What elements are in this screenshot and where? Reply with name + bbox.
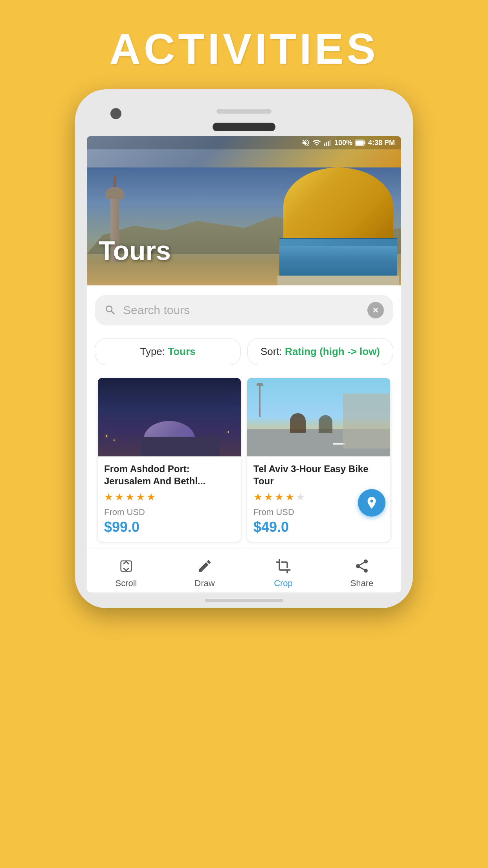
phone-bottom-bar bbox=[205, 599, 283, 602]
bottom-toolbar: Scroll Draw Crop bbox=[87, 548, 401, 592]
toolbar-draw[interactable]: Draw bbox=[165, 556, 244, 588]
crop-icon bbox=[273, 556, 293, 576]
search-placeholder: Search tours bbox=[123, 303, 361, 317]
toolbar-scroll[interactable]: Scroll bbox=[87, 556, 165, 588]
star-1-4: ★ bbox=[136, 491, 145, 503]
card-content-1: From Ashdod Port: Jerusalem And Bethl...… bbox=[98, 456, 241, 542]
battery-icon bbox=[355, 139, 366, 146]
search-icon bbox=[104, 304, 117, 316]
svg-rect-2 bbox=[328, 141, 329, 146]
toolbar-share[interactable]: Share bbox=[323, 556, 401, 588]
filter-row: Type: Tours Sort: Rating (high -> low) bbox=[87, 332, 401, 371]
type-value-text: Tours bbox=[168, 346, 195, 357]
status-icons: 100% 4:38 PM bbox=[301, 138, 395, 147]
svg-rect-6 bbox=[364, 142, 365, 144]
card-image-jerusalem bbox=[98, 378, 241, 456]
scroll-icon bbox=[116, 556, 136, 576]
scroll-label: Scroll bbox=[115, 578, 137, 588]
tour-card-2[interactable]: Tel Aviv 3-Hour Easy Bike Tour ★ ★ ★ ★ ★… bbox=[247, 378, 390, 542]
svg-rect-7 bbox=[121, 561, 132, 572]
card-title-2: Tel Aviv 3-Hour Easy Bike Tour bbox=[253, 463, 384, 487]
time-display: 4:38 PM bbox=[368, 139, 395, 147]
fab-icon bbox=[365, 496, 379, 510]
battery-text: 100% bbox=[334, 139, 352, 147]
star-1-3: ★ bbox=[125, 491, 134, 503]
star-2-2: ★ bbox=[264, 491, 273, 503]
fab-button[interactable] bbox=[358, 489, 385, 517]
draw-label: Draw bbox=[194, 578, 215, 588]
jerusalem-skyline bbox=[87, 167, 401, 285]
hero-section: 100% 4:38 PM bbox=[87, 136, 401, 285]
type-filter-button[interactable]: Type: Tours bbox=[95, 338, 241, 365]
crop-label: Crop bbox=[274, 578, 293, 588]
wifi-icon bbox=[312, 138, 321, 147]
type-label: Type: bbox=[140, 346, 165, 357]
sort-filter-button[interactable]: Sort: Rating (high -> low) bbox=[247, 338, 393, 365]
speaker-grill bbox=[216, 109, 272, 114]
star-1-2: ★ bbox=[115, 491, 124, 503]
sort-label: Sort: bbox=[261, 346, 282, 357]
price-2: $49.0 bbox=[253, 519, 384, 535]
card-title-1: From Ashdod Port: Jerusalem And Bethl... bbox=[104, 463, 235, 487]
price-1: $99.0 bbox=[104, 519, 235, 535]
hero-title: Tours bbox=[99, 235, 171, 266]
cards-section: From Ashdod Port: Jerusalem And Bethl...… bbox=[87, 371, 401, 548]
search-section: Search tours × bbox=[87, 285, 401, 332]
svg-rect-1 bbox=[326, 142, 327, 146]
camera bbox=[110, 108, 121, 119]
search-bar[interactable]: Search tours × bbox=[95, 295, 393, 326]
phone-earpiece bbox=[213, 123, 275, 131]
star-2-3: ★ bbox=[275, 491, 284, 503]
sort-value-text: Rating (high -> low) bbox=[285, 346, 380, 357]
star-2-5: ★ bbox=[296, 491, 305, 503]
star-2-1: ★ bbox=[253, 491, 262, 503]
tour-card-1[interactable]: From Ashdod Port: Jerusalem And Bethl...… bbox=[98, 378, 241, 542]
share-label: Share bbox=[350, 578, 374, 588]
stars-1: ★ ★ ★ ★ ★ bbox=[104, 491, 235, 503]
status-bar: 100% 4:38 PM bbox=[87, 136, 401, 149]
clear-search-button[interactable]: × bbox=[367, 302, 384, 318]
star-2-4: ★ bbox=[285, 491, 294, 503]
share-icon bbox=[352, 556, 372, 576]
draw-icon bbox=[195, 556, 215, 576]
mute-icon bbox=[301, 138, 310, 147]
clear-icon: × bbox=[373, 305, 378, 315]
signal-icon bbox=[323, 138, 332, 147]
phone-screen: 100% 4:38 PM bbox=[87, 136, 401, 592]
phone-top bbox=[87, 101, 401, 120]
page-title: ACTIVITIES bbox=[109, 24, 378, 74]
card-image-bike bbox=[247, 378, 390, 456]
star-1-5: ★ bbox=[147, 491, 156, 503]
toolbar-crop[interactable]: Crop bbox=[244, 556, 323, 588]
from-label-1: From USD bbox=[104, 507, 235, 517]
star-1-1: ★ bbox=[104, 491, 113, 503]
svg-rect-0 bbox=[324, 143, 325, 146]
svg-rect-3 bbox=[330, 140, 331, 146]
svg-rect-5 bbox=[355, 141, 363, 145]
phone-frame: 100% 4:38 PM bbox=[75, 89, 413, 608]
